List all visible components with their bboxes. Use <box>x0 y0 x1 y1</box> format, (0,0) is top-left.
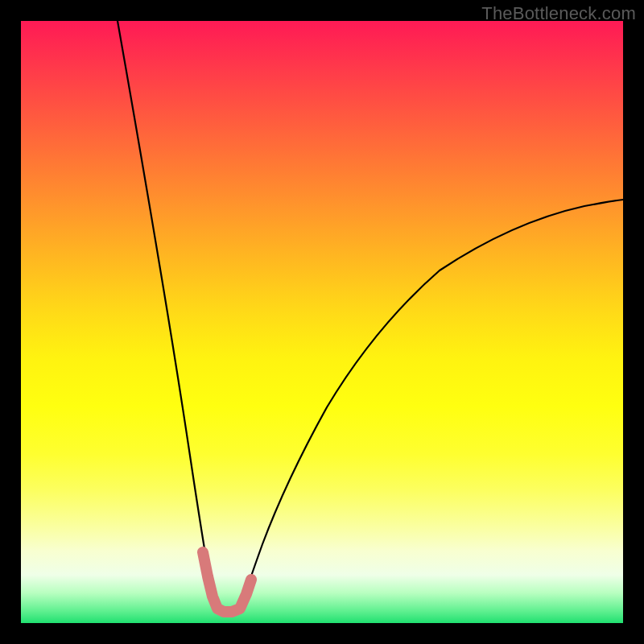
right-curve <box>240 200 623 610</box>
left-curve <box>118 21 221 610</box>
watermark-text: TheBottleneck.com <box>481 3 636 24</box>
highlight-segment <box>203 552 251 612</box>
curves-svg <box>21 21 623 623</box>
chart-frame: TheBottleneck.com <box>0 0 644 644</box>
plot-area <box>21 21 623 623</box>
